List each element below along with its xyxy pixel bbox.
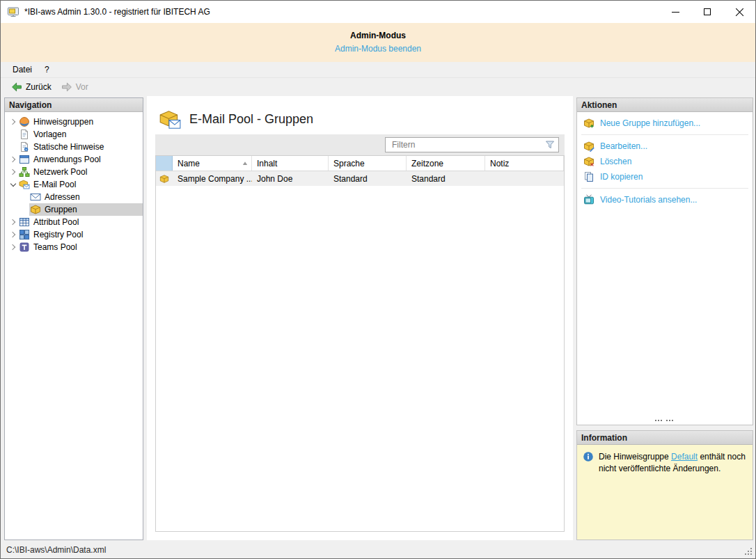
- package-icon: [30, 204, 41, 215]
- panel-splitter-handle[interactable]: [655, 420, 656, 421]
- back-label: Zurück: [26, 82, 52, 92]
- cell-zeitzone: Standard: [407, 174, 485, 184]
- sidebar-item-registry-pool[interactable]: Registry Pool: [5, 228, 143, 241]
- forward-button[interactable]: Vor: [56, 79, 93, 95]
- sidebar-item-label: Anwendungs Pool: [33, 155, 101, 164]
- action-neue-gruppe-hinzuf-gen[interactable]: Neue Gruppe hinzufügen...: [581, 116, 748, 131]
- sidebar-item-content: Gruppen: [29, 203, 143, 216]
- sort-ascending-icon: [242, 161, 248, 166]
- column-header-icon[interactable]: [156, 156, 173, 171]
- sidebar-item-statische-hinweise[interactable]: Statische Hinweise: [5, 141, 143, 153]
- package-edit-icon: [583, 141, 594, 152]
- cell-inhalt: John Doe: [252, 174, 329, 184]
- column-header-notiz[interactable]: Notiz: [485, 156, 564, 171]
- column-header-label: Sprache: [333, 159, 365, 168]
- filter-box: [385, 137, 559, 152]
- maximize-button[interactable]: [691, 1, 723, 23]
- column-header-name[interactable]: Name: [173, 156, 252, 171]
- sidebar-item-hinweisgruppen[interactable]: Hinweisgruppen: [5, 116, 143, 128]
- package-delete-icon: [583, 156, 594, 167]
- page-title-row: E-Mail Pool - Gruppen: [147, 96, 573, 134]
- menubar: Datei?: [1, 62, 755, 77]
- close-button[interactable]: [723, 1, 755, 23]
- sidebar-item-content: E-Mail Pool: [18, 178, 143, 191]
- sidebar-item-content: Registry Pool: [18, 228, 143, 241]
- menu-item-help[interactable]: ?: [38, 63, 56, 77]
- action-l-schen[interactable]: Löschen: [581, 154, 748, 169]
- menu-item-datei[interactable]: Datei: [6, 63, 38, 77]
- navigation-tree: HinweisgruppenVorlagenStatische Hinweise…: [5, 112, 143, 253]
- action-id-kopieren[interactable]: ID kopieren: [581, 169, 748, 184]
- chevron-right-icon[interactable]: [8, 220, 18, 224]
- sidebar-item-content: Teams Pool: [18, 241, 143, 253]
- status-path: C:\IBI-aws\Admin\Data.xml: [6, 545, 106, 555]
- cell-name: Sample Company ...: [173, 174, 252, 184]
- sidebar-item-label: Attribut Pool: [33, 217, 79, 227]
- column-header-inhalt[interactable]: Inhalt: [252, 156, 329, 171]
- actions-list: Neue Gruppe hinzufügen...Bearbeiten...Lö…: [577, 112, 753, 211]
- default-group-link[interactable]: Default: [671, 452, 698, 462]
- chevron-right-icon[interactable]: [8, 170, 18, 174]
- sidebar-item-netzwerk-pool[interactable]: Netzwerk Pool: [5, 166, 143, 178]
- sidebar-item-teams-pool[interactable]: Teams Pool: [5, 241, 143, 253]
- chevron-down-icon[interactable]: [8, 184, 18, 186]
- package-add-icon: [583, 118, 594, 129]
- copy-icon: [583, 171, 594, 182]
- action-label: Neue Gruppe hinzufügen...: [600, 118, 700, 128]
- navigation-panel: Navigation HinweisgruppenVorlagenStatisc…: [4, 97, 143, 540]
- forward-label: Vor: [76, 82, 88, 92]
- sidebar-item-content: Statische Hinweise: [18, 141, 143, 153]
- sidebar-item-label: Teams Pool: [33, 242, 77, 252]
- teams-pool-icon: [19, 242, 30, 253]
- chevron-right-icon[interactable]: [8, 120, 18, 124]
- video-icon: [583, 194, 594, 205]
- action-video-tutorials-ansehen[interactable]: Video-Tutorials ansehen...: [581, 192, 748, 207]
- action-label: Bearbeiten...: [600, 141, 647, 151]
- back-button[interactable]: Zurück: [6, 79, 56, 95]
- action-bearbeiten[interactable]: Bearbeiten...: [581, 139, 748, 154]
- sidebar-item-anwendungs-pool[interactable]: Anwendungs Pool: [5, 153, 143, 166]
- filter-funnel-icon[interactable]: [544, 139, 556, 150]
- statusbar: C:\IBI-aws\Admin\Data.xml: [1, 542, 755, 558]
- templates-icon: [19, 129, 30, 140]
- sidebar-item-content: Hinweisgruppen: [18, 116, 143, 128]
- actions-panel: Aktionen Neue Gruppe hinzufügen...Bearbe…: [576, 97, 753, 425]
- info-icon: [583, 451, 594, 462]
- table-body: Sample Company ...John DoeStandardStanda…: [156, 171, 564, 186]
- action-label: Löschen: [600, 157, 631, 166]
- column-header-label: Name: [178, 159, 200, 168]
- sidebar-item-adressen[interactable]: Adressen: [5, 191, 143, 203]
- chevron-right-icon[interactable]: [8, 245, 18, 249]
- sidebar-item-e-mail-pool[interactable]: E-Mail Pool: [5, 178, 143, 191]
- admin-mode-exit-link[interactable]: Admin-Modus beenden: [335, 44, 421, 54]
- sidebar-item-content: Adressen: [29, 191, 143, 203]
- close-icon: [735, 8, 744, 17]
- actions-header: Aktionen: [577, 98, 753, 112]
- sidebar-item-label: Vorlagen: [33, 129, 66, 139]
- minimize-button[interactable]: [659, 1, 691, 23]
- column-header-label: Zeitzone: [411, 159, 443, 168]
- hint-groups-icon: [19, 116, 30, 127]
- chevron-right-icon[interactable]: [8, 157, 18, 162]
- chevron-right-icon[interactable]: [8, 233, 18, 237]
- toolbar: Zurück Vor: [1, 77, 755, 96]
- forward-icon: [61, 81, 72, 93]
- admin-mode-title: Admin-Modus: [1, 31, 755, 40]
- sidebar-item-vorlagen[interactable]: Vorlagen: [5, 128, 143, 141]
- sidebar-item-content: Netzwerk Pool: [18, 166, 143, 178]
- sidebar-item-label: E-Mail Pool: [33, 180, 76, 189]
- table-row[interactable]: Sample Company ...John DoeStandardStanda…: [156, 171, 564, 186]
- resize-grip[interactable]: [750, 553, 752, 555]
- column-header-zeitzone[interactable]: Zeitzone: [407, 156, 485, 171]
- sidebar-item-attribut-pool[interactable]: Attribut Pool: [5, 216, 143, 228]
- column-header-sprache[interactable]: Sprache: [329, 156, 407, 171]
- sidebar-item-content: Anwendungs Pool: [18, 153, 143, 166]
- filter-strip: [155, 134, 565, 155]
- information-body: Die Hinweisgruppe Default enthält noch n…: [577, 445, 753, 540]
- action-group: Video-Tutorials ansehen...: [581, 189, 748, 211]
- info-text-before: Die Hinweisgruppe: [599, 452, 671, 462]
- filter-input[interactable]: [386, 140, 544, 150]
- sidebar-item-gruppen[interactable]: Gruppen: [5, 203, 143, 216]
- attribute-pool-icon: [19, 216, 30, 228]
- network-pool-icon: [19, 166, 30, 178]
